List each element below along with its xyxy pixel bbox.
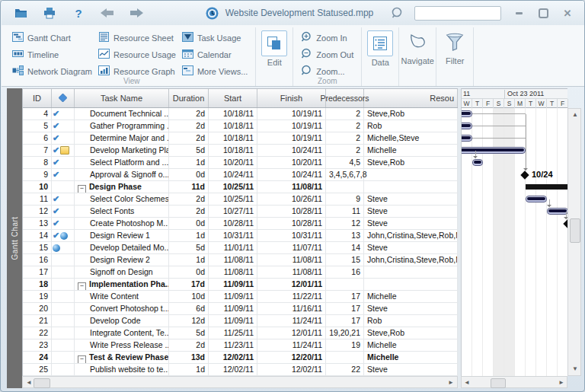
print-icon[interactable] — [43, 6, 56, 20]
edit-button[interactable]: Edit — [256, 27, 293, 86]
table-row[interactable]: 25Publish website to te...1d12/02/1112/0… — [23, 364, 458, 376]
table-row[interactable]: 17Signoff on Design0d11/08/1111/08/1116 — [23, 266, 458, 279]
duration: 0d — [169, 218, 209, 230]
column-header-task-name[interactable]: Task Name — [75, 89, 169, 107]
table-row[interactable]: 20Convert Photoshop t...6d11/09/1111/16/… — [23, 303, 458, 315]
table-row[interactable]: 7✔Develop Marketing Plan5d10/18/1110/24/… — [23, 145, 458, 157]
close-icon[interactable]: ✕ — [561, 6, 574, 20]
gantt-hscrollbar[interactable]: ◄ ► — [461, 376, 567, 388]
scroll-right-icon[interactable]: ► — [448, 380, 454, 386]
table-row[interactable]: 8✔Select Platform and ...1d10/20/1110/20… — [23, 157, 458, 169]
zoom-in-button[interactable]: Zoom In — [301, 30, 353, 46]
scroll-left-icon[interactable]: ◄ — [26, 380, 32, 386]
view-button-gantt-chart[interactable]: Gantt Chart — [12, 30, 92, 46]
table-row[interactable]: 10−Design Phase11d10/25/1111/08/11 — [23, 181, 458, 193]
data-button[interactable]: Data — [362, 27, 399, 86]
timescale-day: F — [558, 99, 568, 108]
link-arrow-icon — [523, 168, 528, 173]
view-button-task-usage[interactable]: Task Usage — [182, 30, 248, 46]
task-bar[interactable] — [461, 123, 472, 129]
ribbon-group-label-view: View — [8, 77, 255, 85]
finish-date: 10/20/11 — [257, 157, 326, 169]
minimize-icon[interactable] — [512, 6, 526, 20]
row-id: 20 — [23, 303, 52, 315]
gantt-hscroll-thumb[interactable] — [491, 378, 506, 388]
table-hscrollbar[interactable]: ◄ ► — [22, 376, 458, 388]
gantt-vscroll-thumb[interactable] — [570, 218, 580, 243]
table-row[interactable]: 9✔Approval & Signoff o...0d10/24/1110/24… — [23, 169, 458, 181]
scroll-down-icon[interactable]: ▼ — [572, 366, 578, 372]
duration: 2d — [169, 206, 209, 218]
column-header-indicators[interactable] — [52, 89, 75, 107]
table-row[interactable]: 16Design Review 21d11/08/1111/08/1115Joh… — [23, 254, 458, 266]
task-name-cell: Design Review 1 — [75, 230, 169, 242]
view-button-timeline[interactable]: Timeline — [12, 46, 92, 62]
gantt-chart-area[interactable]: 10/24 — [461, 108, 567, 376]
task-bar[interactable] — [461, 147, 526, 154]
table-row[interactable]: 23Write Press Release ...2d11/23/1111/24… — [23, 339, 458, 352]
zoom-out-button[interactable]: Zoom Out — [301, 46, 353, 62]
maximize-icon[interactable] — [536, 6, 550, 20]
check-icon: ✔ — [53, 110, 59, 118]
start-date: 11/25/11 — [209, 327, 257, 339]
table-row[interactable]: 18−Implementation Pha...17d11/09/1112/01… — [23, 279, 458, 291]
edit-button-label: Edit — [267, 58, 282, 67]
folder-icon[interactable] — [14, 6, 27, 20]
table-row[interactable]: 13✔Create Photoshop M...0d10/28/1110/28/… — [23, 218, 458, 230]
timescale-day: M — [515, 99, 526, 108]
collapse-toggle[interactable]: − — [78, 185, 86, 193]
search-icon[interactable] — [390, 6, 404, 20]
day-column — [526, 108, 536, 376]
row-id: 13 — [23, 218, 52, 230]
filter-button[interactable]: Filter — [436, 27, 474, 86]
timescale-day: S — [494, 99, 504, 108]
column-header-duration[interactable]: Duration — [169, 89, 209, 107]
table-row[interactable]: 4✔Document Technical ...2d10/18/1110/19/… — [23, 108, 458, 120]
scroll-right-icon[interactable]: ► — [558, 380, 564, 386]
table-hscroll-thumb[interactable] — [34, 378, 50, 388]
predecessors: 9 — [326, 193, 364, 206]
scroll-left-icon[interactable]: ◄ — [464, 380, 470, 386]
column-header-predecessors[interactable]: Predecessors — [326, 89, 364, 107]
duration: 13d — [169, 352, 209, 364]
help-icon[interactable]: ? — [72, 6, 85, 20]
check-icon: ✔ — [53, 171, 59, 179]
forward-icon[interactable] — [129, 6, 143, 20]
task-name: Write Press Release ... — [90, 340, 169, 349]
check-icon: ✔ — [53, 195, 59, 203]
column-header-resources[interactable]: Resou — [364, 89, 458, 107]
column-header-finish[interactable]: Finish — [257, 89, 326, 107]
gantt-vscrollbar[interactable]: ▲ ▼ — [567, 108, 581, 376]
view-button-calendar[interactable]: Calendar — [182, 46, 248, 62]
task-bar[interactable] — [461, 135, 472, 142]
view-button-resource-sheet[interactable]: Resource Sheet — [98, 30, 176, 46]
table-row[interactable]: 12✔Select Fonts2d10/27/1110/28/1111Steve — [23, 206, 458, 218]
scroll-up-icon[interactable]: ▲ — [572, 112, 578, 118]
finish-date: 12/02/11 — [257, 364, 326, 376]
back-icon[interactable] — [101, 6, 114, 20]
task-bar[interactable] — [526, 196, 547, 202]
collapse-toggle[interactable]: − — [78, 282, 86, 291]
table-row[interactable]: 21Develop Code12d11/09/1111/24/1117Rob — [23, 315, 458, 327]
resources: Rob — [364, 120, 458, 132]
table-row[interactable]: 14✔Design Review 11d10/31/1110/31/1113Jo… — [23, 230, 458, 242]
duration: 2d — [169, 339, 209, 352]
collapse-toggle[interactable]: − — [78, 355, 86, 364]
view-button-resource-usage[interactable]: Resource Usage — [98, 46, 176, 62]
table-row[interactable]: 11✔Select Color Schemes2d10/25/1110/26/1… — [23, 193, 458, 206]
column-header-start[interactable]: Start — [209, 89, 257, 107]
table-row[interactable]: 19Write Content10d11/09/1111/22/1117Mich… — [23, 291, 458, 303]
table-row[interactable]: 6✔Determine Major and ...2d10/18/1110/19… — [23, 132, 458, 145]
table-row[interactable]: 22Integrate Content, Te...5d11/25/1112/0… — [23, 327, 458, 339]
table-row[interactable]: 5✔Gather Programming ...2d10/18/1110/19/… — [23, 120, 458, 132]
finish-date: 10/19/11 — [257, 120, 326, 132]
column-header-id[interactable]: ID — [23, 89, 52, 107]
summary-bar[interactable] — [526, 184, 567, 190]
table-row[interactable]: 15Develop Detailed Mo...5d11/01/1111/07/… — [23, 242, 458, 254]
row-indicators — [52, 364, 75, 376]
table-row[interactable]: 24−Test & Review Phase13d12/02/1112/20/1… — [23, 352, 458, 364]
search-input[interactable] — [414, 6, 501, 21]
task-bar[interactable] — [461, 110, 472, 117]
row-indicators — [52, 242, 75, 254]
navigate-button[interactable]: Navigate — [399, 27, 436, 86]
